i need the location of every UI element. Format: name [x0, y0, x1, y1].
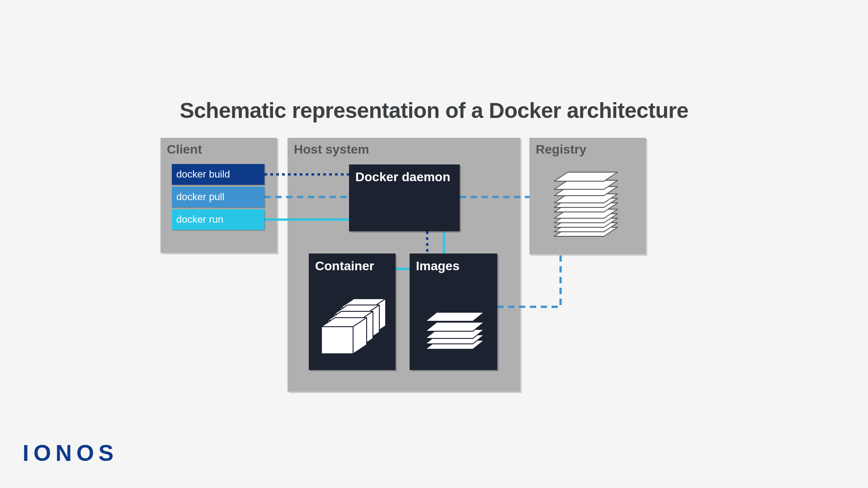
images-stack-icon — [414, 299, 493, 366]
container-block: Container — [309, 253, 396, 370]
images-title: Images — [410, 253, 497, 279]
ionos-logo: IONOS — [23, 440, 118, 466]
client-label: Client — [167, 142, 202, 157]
docker-build-label: docker build — [176, 169, 230, 180]
registry-label: Registry — [536, 142, 586, 157]
docker-daemon-title: Docker daemon — [349, 164, 460, 190]
svg-marker-22 — [425, 312, 484, 321]
svg-marker-16 — [321, 327, 353, 354]
registry-stack-icon — [547, 160, 629, 246]
host-label: Host system — [294, 142, 369, 157]
container-title: Container — [309, 253, 396, 279]
docker-daemon-block: Docker daemon — [349, 164, 460, 231]
images-block: Images — [410, 253, 497, 370]
docker-pull-label: docker pull — [176, 191, 224, 203]
container-boxes-icon — [317, 290, 389, 362]
docker-run-label: docker run — [176, 214, 223, 225]
docker-build-command: docker build — [172, 164, 264, 185]
docker-run-command: docker run — [172, 209, 264, 230]
diagram-title: Schematic representation of a Docker arc… — [95, 98, 773, 123]
docker-pull-command: docker pull — [172, 187, 264, 207]
